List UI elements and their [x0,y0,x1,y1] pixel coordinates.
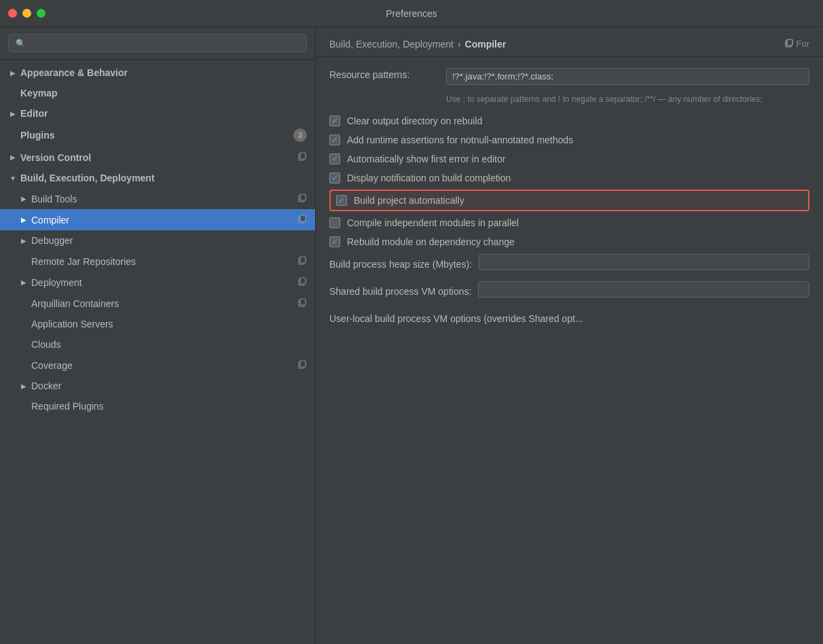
arrow-icon: ▼ [8,173,18,183]
sidebar-item-plugins[interactable]: Plugins3 [0,124,315,147]
shared-vm-label: Shared build process VM options: [329,279,471,300]
search-icon: 🔍 [16,39,26,48]
sidebar-item-label: Clouds [31,339,307,350]
sidebar-item-label: Build Tools [31,194,297,204]
sidebar-item-debugger[interactable]: ▶Debugger [0,230,315,251]
checkbox-runtime-assertions[interactable] [329,135,340,145]
sidebar-item-label: Compiler [31,215,297,226]
checkbox-auto-show-error[interactable] [329,154,340,164]
window-title: Preferences [386,8,437,19]
sidebar-item-label: Deployment [31,277,297,288]
sidebar-item-label: Version Control [20,152,297,163]
search-wrapper[interactable]: 🔍 [8,34,307,52]
sidebar-item-label: Debugger [31,235,307,246]
checkbox-label-build-auto: Build project automatically [354,195,464,206]
sidebar-item-editor[interactable]: ▶Editor [0,103,315,124]
heap-size-label: Build process heap size (Mbytes): [329,252,472,272]
checkbox-label-compile-parallel: Compile independent modules in parallel [347,217,519,228]
sidebar-item-label: Docker [31,380,307,391]
sidebar-item-app-servers[interactable]: Application Servers [0,314,315,334]
sidebar-item-version-control[interactable]: ▶Version Control [0,147,315,168]
arrow-icon: ▶ [8,109,18,118]
copy-icon [297,359,307,371]
sidebar-item-label: Keymap [20,88,307,99]
resource-patterns-value[interactable]: !?*.java;!?*.form;!?*.class; [446,68,809,85]
for-label: For [797,39,810,49]
checkbox-label-clear-output: Clear output directory on rebuild [347,115,482,126]
breadcrumb-separator: › [458,39,461,50]
breadcrumb: Build, Execution, Deployment › Compiler … [316,27,823,57]
sidebar-item-required-plugins[interactable]: Required Plugins [0,396,315,416]
copy-icon [297,151,307,163]
sidebar-item-label: Coverage [31,360,297,371]
copy-icon [297,193,307,204]
sidebar-item-keymap[interactable]: Keymap [0,83,315,103]
svg-rect-1 [300,153,306,159]
checkbox-display-notification[interactable] [329,173,340,183]
main-layout: 🔍 ▶Appearance & BehaviorKeymap▶EditorPlu… [0,27,823,644]
checkbox-row-compile-parallel[interactable]: Compile independent modules in parallel [329,214,809,232]
checkbox-row-auto-show-error[interactable]: Automatically show first error in editor [329,150,809,168]
resource-patterns-row: Resource patterns: !?*.java;!?*.form;!?*… [329,68,809,85]
arrow-icon: ▶ [19,215,29,225]
arrow-icon: ▶ [8,153,18,162]
copy-icon [297,276,307,288]
checkbox-row-rebuild-module[interactable]: Rebuild module on dependency change [329,233,809,251]
resource-patterns-hint: Use ; to separate patterns and ! to nega… [446,93,809,105]
arrow-icon: ▶ [19,236,29,245]
svg-rect-15 [787,39,792,46]
search-input[interactable] [30,38,299,48]
close-button[interactable] [8,9,17,18]
nav-list: ▶Appearance & BehaviorKeymap▶EditorPlugi… [0,60,315,644]
sidebar-item-label: Required Plugins [31,401,307,412]
sidebar-item-label: Appearance & Behavior [20,67,307,78]
svg-rect-13 [300,361,306,367]
search-bar: 🔍 [0,27,315,60]
user-vm-row: User-local build process VM options (ove… [329,306,809,327]
sidebar-item-coverage[interactable]: Coverage [0,355,315,376]
sidebar-item-label: Arquillian Containers [31,298,297,309]
heap-size-input[interactable] [479,254,809,270]
badge: 3 [293,128,307,142]
settings-content: Resource patterns: !?*.java;!?*.form;!?*… [316,57,823,644]
svg-rect-3 [300,194,306,200]
checkbox-row-clear-output[interactable]: Clear output directory on rebuild [329,112,809,130]
titlebar: Preferences [0,0,823,27]
checkbox-row-runtime-assertions[interactable]: Add runtime assertions for notnull-annot… [329,131,809,149]
heap-size-row: Build process heap size (Mbytes): [329,252,809,272]
breadcrumb-current: Compiler [465,39,507,50]
sidebar-item-build-execution[interactable]: ▼Build, Execution, Deployment [0,168,315,188]
sidebar-item-build-tools[interactable]: ▶Build Tools [0,188,315,209]
checkbox-label-runtime-assertions: Add runtime assertions for notnull-annot… [347,135,573,145]
sidebar-item-arquillian[interactable]: Arquillian Containers [0,293,315,314]
shared-vm-input[interactable] [478,281,809,298]
arrow-icon: ▶ [19,381,29,391]
sidebar-item-appearance[interactable]: ▶Appearance & Behavior [0,62,315,83]
checkbox-row-display-notification[interactable]: Display notification on build completion [329,169,809,187]
checkbox-rebuild-module[interactable] [329,236,340,247]
minimize-button[interactable] [22,9,31,18]
breadcrumb-parent: Build, Execution, Deployment [329,39,454,50]
sidebar-item-label: Plugins [20,130,291,141]
sidebar-item-deployment[interactable]: ▶Deployment [0,272,315,293]
sidebar-item-compiler[interactable]: ▶Compiler [0,209,315,230]
checkbox-build-auto[interactable] [336,195,347,206]
copy-icon [297,255,307,267]
sidebar-item-label: Remote Jar Repositories [31,256,297,267]
checkbox-label-auto-show-error: Automatically show first error in editor [347,154,505,164]
window-controls [8,9,45,18]
sidebar-item-label: Build, Execution, Deployment [20,173,307,183]
sidebar-item-docker[interactable]: ▶Docker [0,376,315,396]
svg-rect-5 [300,215,306,221]
shared-vm-row: Shared build process VM options: [329,279,809,300]
checkbox-compile-parallel[interactable] [329,217,340,228]
checkbox-row-build-auto[interactable]: Build project automatically [329,190,809,211]
arrow-icon: ▶ [8,68,18,77]
maximize-button[interactable] [37,9,45,18]
sidebar: 🔍 ▶Appearance & BehaviorKeymap▶EditorPlu… [0,27,316,644]
sidebar-item-remote-jar[interactable]: Remote Jar Repositories [0,251,315,272]
checkbox-clear-output[interactable] [329,115,340,126]
breadcrumb-for: For [784,38,810,50]
sidebar-item-clouds[interactable]: Clouds [0,334,315,355]
checkbox-label-display-notification: Display notification on build completion [347,173,511,183]
